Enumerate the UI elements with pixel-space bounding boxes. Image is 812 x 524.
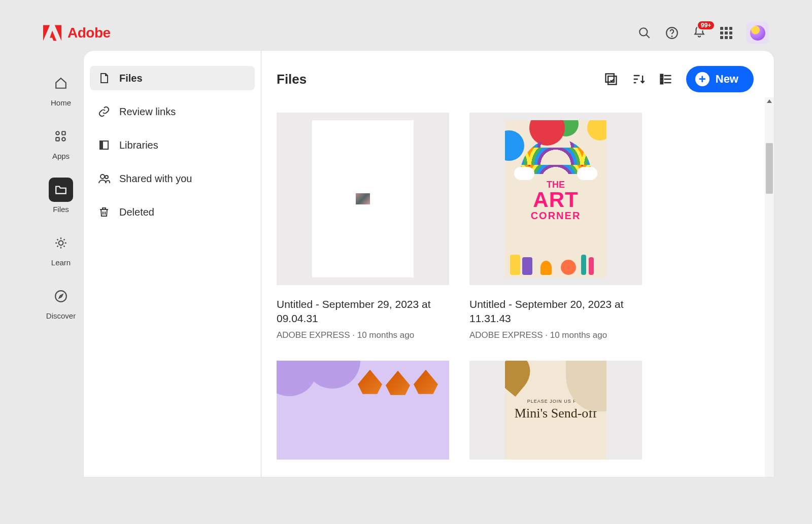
file-card[interactable]: Untitled - September 29, 2023 at 09.04.3… [277,113,449,340]
sidebar-item-label: Shared with you [119,173,192,185]
files-sidebar: Files Review links Libraries Shared with… [84,51,261,477]
sidebar-item-label: Review links [119,106,176,118]
folder-icon [54,183,67,196]
search-icon[interactable] [638,26,651,40]
page-title: Files [277,72,307,87]
svg-line-14 [63,246,64,247]
link-icon [98,106,110,118]
scroll-thumb[interactable] [766,143,773,194]
file-meta: ADOBE EXPRESS · 10 months ago [469,330,642,340]
file-card[interactable]: PLEASE JOIN US FOR Mini's Send-off [469,361,642,460]
svg-point-4 [56,131,59,135]
svg-point-22 [105,176,108,179]
compass-icon [54,290,67,303]
adobe-logo[interactable]: Adobe [43,24,111,42]
rail-label: Discover [46,311,76,320]
notifications-button[interactable]: 99+ [693,25,706,41]
svg-line-15 [57,246,58,247]
svg-point-17 [55,291,66,302]
scroll-up-icon[interactable] [767,99,772,103]
rail-label: Files [53,205,69,214]
avatar[interactable] [747,22,769,44]
sort-icon[interactable] [631,72,646,86]
sidebar-item-review-links[interactable]: Review links [90,99,255,124]
select-mode-icon[interactable] [604,72,618,86]
svg-point-3 [671,36,672,37]
adobe-logo-icon [43,24,61,42]
rail-home[interactable]: Home [49,71,73,107]
svg-rect-35 [660,82,663,84]
rail-discover[interactable]: Discover [46,284,76,320]
file-card[interactable]: THE ART CORNER [469,113,642,340]
sidebar-item-files[interactable]: Files [90,66,255,90]
svg-point-0 [639,28,647,36]
rail-label: Apps [52,152,70,160]
libraries-icon [98,139,110,151]
sidebar-item-label: Libraries [119,139,158,151]
nav-rail: Home Apps Files [38,51,84,477]
home-icon [54,77,67,90]
file-thumbnail: THE ART CORNER [469,113,642,285]
plus-circle-icon: + [695,72,709,86]
people-icon [98,172,110,185]
file-thumbnail [277,361,449,460]
sidebar-item-label: Deleted [119,206,154,218]
new-button-label: New [716,73,738,86]
rail-label: Home [51,98,71,107]
rail-apps[interactable]: Apps [49,124,73,160]
sidebar-item-label: Files [119,73,143,84]
svg-point-8 [59,241,63,246]
svg-point-7 [62,137,65,141]
svg-marker-18 [59,295,63,298]
apps-icon [54,130,67,143]
svg-line-1 [646,34,650,38]
svg-rect-33 [660,78,663,81]
sidebar-item-libraries[interactable]: Libraries [90,133,255,157]
rail-files[interactable]: Files [49,178,73,214]
svg-rect-31 [660,75,663,77]
app-switcher-icon[interactable] [720,27,732,39]
new-button[interactable]: + New [686,66,754,92]
sidebar-item-deleted[interactable]: Deleted [90,200,255,224]
file-card[interactable] [277,361,449,460]
svg-rect-20 [100,141,103,149]
notifications-badge: 99+ [697,20,715,30]
brand-name: Adobe [67,25,111,41]
svg-line-16 [63,239,64,240]
svg-rect-6 [56,137,59,141]
rail-learn[interactable]: Learn [49,231,73,267]
lightbulb-icon [54,236,67,250]
rail-label: Learn [51,258,71,267]
file-meta: ADOBE EXPRESS · 10 months ago [277,330,449,340]
file-thumbnail [277,113,449,285]
file-title: Untitled - September 29, 2023 at 09.04.3… [277,297,449,326]
sidebar-item-shared[interactable]: Shared with you [90,166,255,191]
trash-icon [98,206,110,218]
file-thumbnail: PLEASE JOIN US FOR Mini's Send-off [469,361,642,460]
svg-point-21 [100,174,105,179]
avatar-image [750,25,765,41]
list-view-icon[interactable] [659,72,673,86]
file-title: Untitled - September 20, 2023 at 11.31.4… [469,297,642,326]
svg-line-13 [57,239,58,240]
help-icon[interactable] [665,26,679,40]
svg-rect-5 [62,131,65,135]
scrollbar[interactable] [765,97,774,477]
file-icon [98,72,110,84]
